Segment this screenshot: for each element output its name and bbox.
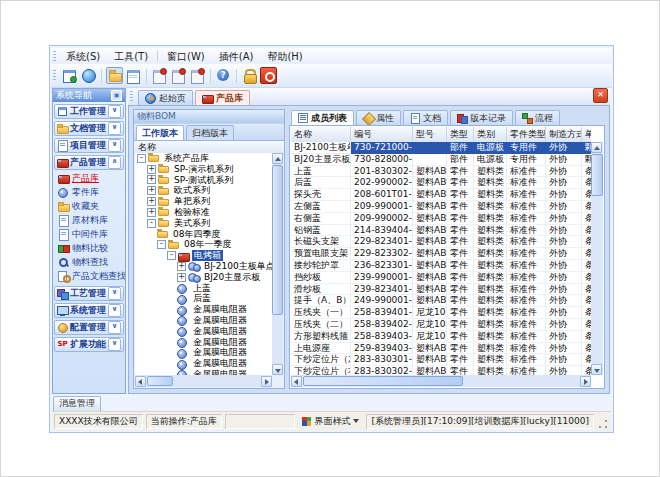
scroll-thumb[interactable] [147, 376, 173, 386]
tree-node[interactable]: +单把系列 [135, 196, 272, 207]
sidebar-group-config-mgmt[interactable]: 配置管理∨ [54, 320, 124, 335]
tab-properties[interactable]: 属性 [356, 110, 401, 125]
tree-node[interactable]: -美式系列 [135, 218, 272, 229]
ui-style-button[interactable]: 界面样式 [298, 414, 363, 429]
menu-item-0[interactable]: 系统(S) [59, 49, 107, 64]
table-row[interactable]: 滑纱板239-823401-00I塑料ABS零件塑料类标准件外协条 [291, 284, 591, 296]
column-header-3[interactable]: 型号 [413, 127, 447, 142]
sidebar-group-system-mgmt[interactable]: 系统管理∨ [54, 303, 124, 318]
tree-node[interactable]: 08年四季度 [135, 229, 272, 240]
scroll-left-button[interactable] [135, 376, 146, 387]
column-header-6[interactable]: 零件类型 [507, 127, 546, 142]
table-row[interactable]: 铝钢盖214-839404-01I塑料ABS零件塑料类标准件外协条 [291, 225, 591, 237]
table-row[interactable]: 提手（A、B）249-990001-01I塑料ABS零件塑料类标准件外协条 [291, 295, 591, 307]
table-row[interactable]: BJ-2100主板单点730-721000-12I部件电源板专用件外协颗 [291, 142, 591, 154]
tab-start-page[interactable]: 起始页 [138, 90, 193, 105]
sidebar-item-product-library[interactable]: 产品库 [53, 171, 125, 185]
collapse-icon[interactable]: - [147, 219, 156, 228]
tree-node[interactable]: -系统产品库 [135, 153, 272, 164]
tab-workflow[interactable]: 流程 [515, 110, 560, 125]
tree-node[interactable]: +BJ-2100主板单点 [135, 261, 272, 272]
menu-item-1[interactable]: 工具(T) [107, 49, 155, 64]
report-grid-icon[interactable] [125, 67, 142, 84]
table-row[interactable]: 上电源座259-839403-00I塑料ABS零件塑料类标准件外协条 [291, 343, 591, 355]
sidebar-group-extensions[interactable]: SP扩展功能∨ [54, 337, 124, 352]
sidebar-item-favorites[interactable]: 收藏夹 [53, 199, 125, 213]
table-row[interactable]: 接纱轮护罩236-823301-00I塑料ABS零件塑料类标准件外协条 [291, 260, 591, 272]
table-row[interactable]: 方形塑料线箍258-839403-00I尼龙1010零件塑料类标准件外协条 [291, 331, 591, 343]
sidebar-item-middleware-library[interactable]: 中间件库 [53, 227, 125, 241]
app-window-icon[interactable] [61, 67, 78, 84]
sidebar-group-doc-mgmt[interactable]: 文档管理∨ [54, 121, 124, 136]
table-row[interactable]: 探头壳208-601T01-01I塑料ABS零件塑料类标准件外协条 [291, 189, 591, 201]
column-header-5[interactable]: 类别 [474, 127, 507, 142]
menu-item-2[interactable]: 窗口(W) [160, 49, 212, 64]
chevron-down-icon[interactable]: ∨ [108, 321, 121, 334]
open-folder-icon[interactable] [106, 67, 123, 84]
table-row[interactable]: 下纱定位片（右）283-830302-00I塑料ABS零件塑料类标准件外协条 [291, 366, 591, 375]
chevron-down-icon[interactable]: ∨ [108, 105, 121, 118]
tree-node[interactable]: +BJ20主显示板 [135, 272, 272, 283]
sidebar-group-product-mgmt[interactable]: 产品管理∧ [54, 155, 124, 170]
chevron-down-icon[interactable]: ∨ [108, 338, 121, 351]
tree-vertical-scrollbar[interactable] [272, 153, 283, 375]
tab-version-history[interactable]: 版本记录 [450, 110, 513, 125]
tree-node[interactable]: 金属膜电阻器 [135, 315, 272, 326]
expand-icon[interactable]: + [147, 175, 156, 184]
menu-item-3[interactable]: 插件(A) [212, 49, 261, 64]
new-report-icon[interactable] [151, 67, 168, 84]
sidebar-item-raw-material-library[interactable]: 原材料库 [53, 213, 125, 227]
tab-documents[interactable]: 文档 [403, 110, 448, 125]
tree-node[interactable]: 金属膜电阻器 [135, 337, 272, 348]
close-tab-button[interactable]: ✕ [593, 88, 608, 103]
pin-icon[interactable]: ▣ [111, 90, 122, 101]
help-icon[interactable] [215, 67, 232, 84]
scroll-up-button[interactable] [272, 153, 283, 164]
table-horizontal-scrollbar[interactable] [291, 375, 591, 387]
scroll-thumb[interactable] [303, 376, 463, 386]
table-row[interactable]: 挡纱板239-990001-01I塑料ABS零件塑料类标准件外协条 [291, 272, 591, 284]
toolbar-grip[interactable] [53, 70, 56, 81]
scroll-left-button[interactable] [291, 376, 302, 387]
report-manage-icon[interactable] [189, 67, 206, 84]
scroll-right-button[interactable] [261, 376, 272, 387]
tree-node[interactable]: +检验标准 [135, 207, 272, 218]
tab-message-management[interactable]: 消息管理 [53, 396, 101, 411]
expand-icon[interactable]: + [147, 165, 156, 174]
resize-grip[interactable] [597, 418, 609, 430]
expand-icon[interactable]: + [147, 197, 156, 206]
tree-node[interactable]: 金属膜电阻器 [135, 326, 272, 337]
sidebar-group-work-mgmt[interactable]: 工作管理∨ [54, 104, 124, 119]
tree-node[interactable]: 后盖 [135, 293, 272, 304]
table-row[interactable]: 压线夹（二）258-839402-00I尼龙1010零件塑料类标准件外协条 [291, 319, 591, 331]
chevron-down-icon[interactable]: ∨ [108, 304, 121, 317]
table-row[interactable]: BJ20主显示板730-828000-04I部件电源板专用件外协颗 [291, 154, 591, 166]
table-row[interactable]: 上盖201-830302-00I塑料ABS零件塑料类标准件外协条 [291, 166, 591, 178]
table-vertical-scrollbar[interactable] [591, 142, 603, 375]
sidebar-item-part-library[interactable]: 零件库 [53, 185, 125, 199]
sidebar-item-material-search[interactable]: 物料查找 [53, 255, 125, 269]
chevron-up-icon[interactable]: ∧ [108, 156, 121, 169]
column-header-7[interactable]: 制造方式 [546, 127, 582, 142]
scroll-right-button[interactable] [580, 376, 591, 387]
expand-icon[interactable]: + [147, 186, 156, 195]
tree-horizontal-scrollbar[interactable] [135, 375, 272, 387]
tree-node[interactable]: 金属膜电阻器 [135, 347, 272, 358]
scroll-down-button[interactable] [591, 364, 602, 375]
tree-node[interactable]: +欧式系列 [135, 185, 272, 196]
expand-icon[interactable]: + [147, 208, 156, 217]
tree-node[interactable]: +SP-测试机系列 [135, 175, 272, 186]
column-header-2[interactable]: 编号 [351, 127, 413, 142]
chevron-down-icon[interactable]: ∨ [108, 139, 121, 152]
column-header-8[interactable]: 单位 [582, 127, 591, 142]
menu-grip[interactable] [53, 51, 56, 62]
table-row[interactable]: 压线夹（一）258-839401-00I尼龙1010零件塑料类标准件外协条 [291, 307, 591, 319]
tab-bom-version-1[interactable]: 归档版本 [186, 125, 234, 140]
chevron-down-icon[interactable]: ∨ [108, 122, 121, 135]
column-header-4[interactable]: 类型 [447, 127, 474, 142]
tree-node[interactable]: -电烤箱 [135, 250, 272, 261]
scroll-thumb[interactable] [591, 154, 603, 196]
collapse-icon[interactable]: - [137, 154, 146, 163]
lock-icon[interactable] [241, 67, 258, 84]
table-row[interactable]: 预置电眼支架229-823302-00I塑料ABS零件塑料类标准件外协条 [291, 248, 591, 260]
